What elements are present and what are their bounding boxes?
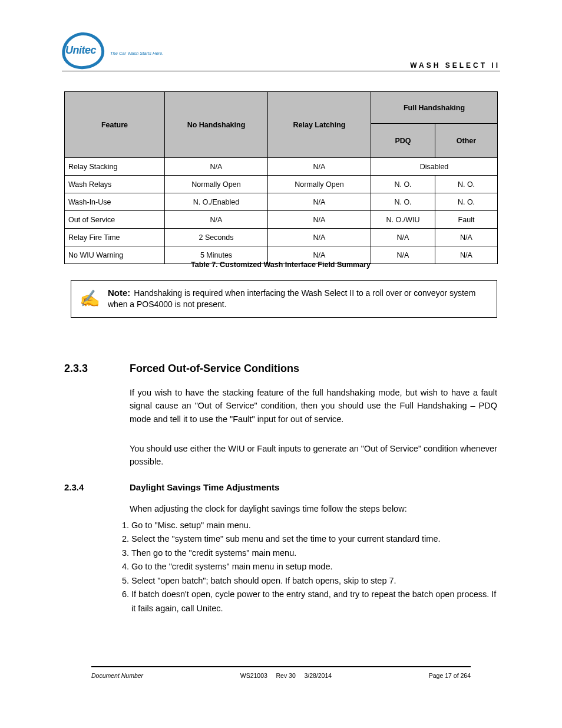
- cell: Normally Open: [165, 176, 268, 193]
- table-row: Wash-In-Use N. O./Enabled N/A N. O. N. O…: [65, 193, 498, 211]
- pencil-icon: ✍: [78, 291, 101, 307]
- list-item: Select the "system time" sub menu and se…: [131, 532, 497, 546]
- cell: Disabled: [371, 158, 498, 176]
- section-title: Daylight Savings Time Adjustments: [130, 482, 279, 492]
- cell-feature: Relay Stacking: [65, 158, 165, 176]
- cell: Fault: [435, 211, 498, 229]
- cell-feature: Wash Relays: [65, 176, 165, 193]
- wash-interface-table: Feature No Handshaking Relay Latching Fu…: [64, 91, 498, 264]
- brand-tagline: The Car Wash Starts Here.: [110, 51, 163, 56]
- list-item: If batch doesn't open, cycle power to th…: [131, 588, 497, 615]
- cell: N/A: [165, 211, 268, 229]
- body-paragraph: You should use either the WIU or Fault i…: [130, 442, 497, 469]
- footer-doc-num: WS21003: [240, 672, 267, 679]
- procedure-list: Go to "Misc. setup" main menu. Select th…: [121, 519, 497, 615]
- cell: N. O.: [371, 176, 435, 193]
- cell: N. O./Enabled: [165, 193, 268, 211]
- cell-feature: Relay Fire Time: [65, 229, 165, 246]
- cell: N. O.: [371, 193, 435, 211]
- cell: N/A: [268, 158, 371, 176]
- th-feature: Feature: [65, 92, 165, 158]
- logo-text: Unitec: [65, 44, 96, 57]
- section-number: 2.3.4: [64, 482, 84, 492]
- table-caption: Table 7. Customized Wash Interface Field…: [64, 261, 497, 269]
- cell: N/A: [435, 229, 498, 246]
- th-relay-latching: Relay Latching: [268, 92, 371, 158]
- cell: Normally Open: [268, 176, 371, 193]
- document-header-title: WASH SELECT II: [410, 61, 500, 70]
- page-footer: Document Number Page 17 of 264 WS21003 R…: [91, 672, 471, 679]
- cell-feature: Wash-In-Use: [65, 193, 165, 211]
- cell: N/A: [268, 193, 371, 211]
- footer-page: Page 17 of 264: [429, 672, 471, 679]
- cell: 2 Seconds: [165, 229, 268, 246]
- th-no-handshaking: No Handshaking: [165, 92, 268, 158]
- cell: N. O.: [435, 176, 498, 193]
- cell: N/A: [268, 229, 371, 246]
- list-item: Go to "Misc. setup" main menu.: [131, 519, 497, 532]
- body-paragraph: When adjusting the clock for daylight sa…: [130, 502, 497, 515]
- section-title: Forced Out-of-Service Conditions: [130, 363, 299, 375]
- table-row: Relay Stacking N/A N/A Disabled: [65, 158, 498, 176]
- section-number: 2.3.3: [64, 363, 88, 375]
- note-box: ✍ Note: Handshaking is required when int…: [71, 280, 497, 318]
- table-row: Wash Relays Normally Open Normally Open …: [65, 176, 498, 193]
- list-item: Select "open batch"; batch should open. …: [131, 574, 497, 588]
- cell: N/A: [268, 211, 371, 229]
- footer-rule: [91, 666, 471, 667]
- list-item: Then go to the "credit systems" main men…: [131, 546, 497, 560]
- th-other: Other: [435, 124, 498, 158]
- th-full-handshaking: Full Handshaking: [371, 92, 498, 124]
- footer-rev: Rev 30: [276, 672, 296, 679]
- table-row: Relay Fire Time 2 Seconds N/A N/A N/A: [65, 229, 498, 246]
- header-rule: [62, 71, 500, 71]
- cell-feature: Out of Service: [65, 211, 165, 229]
- note-label: Note:: [108, 288, 130, 298]
- brand-logo: Unitec: [62, 32, 109, 73]
- cell: N. O./WIU: [371, 211, 435, 229]
- list-item: Go to the "credit systems" main menu in …: [131, 560, 497, 574]
- cell: N/A: [371, 229, 435, 246]
- cell: N/A: [165, 158, 268, 176]
- footer-date: 3/28/2014: [304, 672, 332, 679]
- note-text: Handshaking is required when interfacing…: [108, 288, 475, 309]
- th-pdq: PDQ: [371, 124, 435, 158]
- footer-doc-label: Document Number: [91, 672, 143, 679]
- table-row: Out of Service N/A N/A N. O./WIU Fault: [65, 211, 498, 229]
- cell: N. O.: [435, 193, 498, 211]
- body-paragraph: If you wish to have the stacking feature…: [130, 386, 497, 426]
